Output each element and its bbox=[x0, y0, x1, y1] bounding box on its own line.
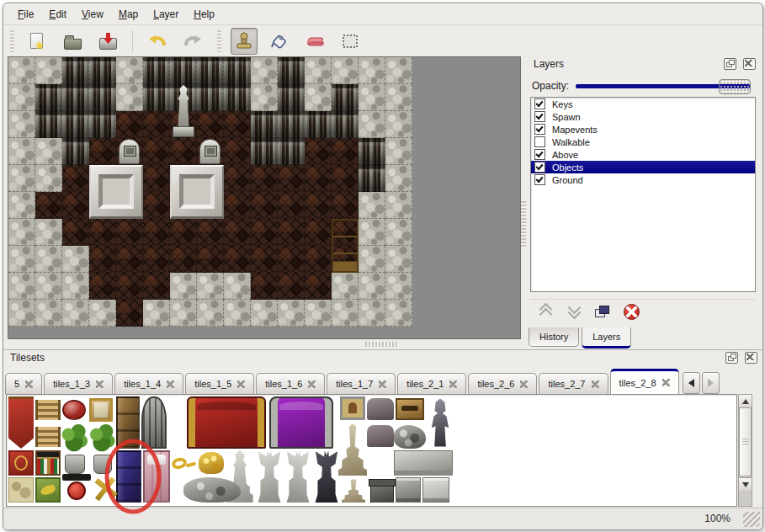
layer-row-above[interactable]: Above bbox=[531, 148, 755, 161]
cliff-wall-tile[interactable] bbox=[332, 84, 359, 111]
cobble-floor-tile[interactable] bbox=[116, 246, 143, 273]
cliff-wall-tile[interactable] bbox=[251, 138, 278, 165]
stone-pillar-tile[interactable] bbox=[370, 479, 394, 503]
scroll-left-button[interactable] bbox=[683, 372, 700, 394]
rock-ground-tile[interactable] bbox=[8, 57, 35, 84]
rock-ground-tile[interactable] bbox=[224, 300, 251, 327]
layer-visibility-checkbox[interactable] bbox=[534, 98, 545, 109]
green-banner-tile[interactable] bbox=[35, 477, 61, 503]
cobble-floor-tile[interactable] bbox=[197, 111, 224, 138]
close-tab-icon[interactable] bbox=[379, 380, 386, 388]
stone-platform-tile[interactable] bbox=[394, 450, 453, 476]
horizontal-splitter-handle[interactable] bbox=[365, 342, 399, 347]
toolbar-drag-handle[interactable] bbox=[10, 30, 14, 52]
save-file-button[interactable] bbox=[94, 28, 121, 55]
menu-layer[interactable]: Layer bbox=[146, 6, 186, 23]
cliff-wall-tile[interactable] bbox=[62, 84, 89, 111]
statue-monument[interactable] bbox=[170, 84, 197, 138]
cobble-floor-tile[interactable] bbox=[251, 192, 278, 219]
rock-ground-tile[interactable] bbox=[251, 84, 278, 111]
cobble-floor-tile[interactable] bbox=[170, 246, 197, 273]
rock-ground-tile[interactable] bbox=[143, 300, 170, 327]
rock-ground-tile[interactable] bbox=[385, 192, 412, 219]
red-banner-tile[interactable] bbox=[8, 396, 34, 449]
cobble-floor-tile[interactable] bbox=[278, 165, 305, 192]
cobble-floor-tile[interactable] bbox=[116, 219, 143, 246]
parchment-tile[interactable] bbox=[8, 477, 34, 503]
delete-layer-button[interactable] bbox=[621, 302, 641, 321]
cobble-floor-tile[interactable] bbox=[332, 165, 359, 192]
rock-ground-tile[interactable] bbox=[359, 219, 385, 246]
close-tab-icon[interactable] bbox=[96, 380, 104, 388]
rock-ground-tile[interactable] bbox=[385, 273, 412, 300]
rock-ground-tile[interactable] bbox=[35, 246, 62, 273]
cobble-floor-tile[interactable] bbox=[224, 111, 251, 138]
gargoyle-statue-tile[interactable] bbox=[256, 450, 283, 503]
restore-icon[interactable] bbox=[724, 58, 736, 70]
rock-ground-tile[interactable] bbox=[8, 111, 35, 138]
dock-tab-history[interactable]: History bbox=[529, 327, 579, 347]
cobble-floor-tile[interactable] bbox=[143, 165, 170, 192]
wooden-cabinet[interactable] bbox=[332, 219, 359, 273]
cobble-floor-tile[interactable] bbox=[224, 192, 251, 219]
small-obelisk-tile[interactable] bbox=[342, 479, 365, 503]
layer-visibility-checkbox[interactable] bbox=[534, 149, 545, 160]
rock-ground-tile[interactable] bbox=[385, 57, 412, 84]
gray-couch-2-tile[interactable] bbox=[367, 425, 394, 447]
eraser-tool-button[interactable] bbox=[301, 28, 328, 55]
rock-ground-tile[interactable] bbox=[8, 273, 35, 300]
cliff-wall-tile[interactable] bbox=[359, 138, 385, 165]
rock-ground-tile[interactable] bbox=[62, 300, 89, 327]
close-tab-icon[interactable] bbox=[662, 379, 670, 386]
cobble-floor-tile[interactable] bbox=[305, 273, 332, 300]
cliff-wall-tile[interactable] bbox=[224, 57, 251, 84]
cobble-floor-tile[interactable] bbox=[278, 192, 305, 219]
map-canvas-area[interactable] bbox=[8, 56, 521, 339]
cobble-floor-tile[interactable] bbox=[170, 138, 197, 165]
rock-ground-tile[interactable] bbox=[8, 165, 35, 192]
menu-help[interactable]: Help bbox=[186, 6, 222, 23]
cliff-wall-tile[interactable] bbox=[197, 84, 224, 111]
close-tab-icon[interactable] bbox=[520, 380, 528, 388]
cobble-floor-tile[interactable] bbox=[62, 219, 89, 246]
cliff-wall-tile[interactable] bbox=[224, 84, 251, 111]
cobble-floor-tile[interactable] bbox=[305, 165, 332, 192]
tileset-tab-tiles_1_6[interactable]: tiles_1_6 bbox=[256, 373, 325, 394]
layer-row-mapevents[interactable]: Mapevents bbox=[531, 123, 755, 136]
close-tab-icon[interactable] bbox=[25, 380, 33, 388]
cliff-wall-tile[interactable] bbox=[89, 111, 116, 138]
rock-ground-tile[interactable] bbox=[332, 300, 359, 327]
dock-tab-layers[interactable]: Layers bbox=[582, 327, 631, 348]
tileset-tab-tiles_2_6[interactable]: tiles_2_6 bbox=[468, 373, 537, 394]
rock-ground-tile[interactable] bbox=[385, 111, 412, 138]
rock-ground-tile[interactable] bbox=[197, 273, 224, 300]
layer-visibility-checkbox[interactable] bbox=[534, 162, 545, 173]
rock-ground-tile[interactable] bbox=[385, 138, 412, 165]
opacity-slider-handle[interactable] bbox=[719, 79, 751, 94]
cliff-wall-tile[interactable] bbox=[305, 111, 332, 138]
cobble-floor-tile[interactable] bbox=[143, 111, 170, 138]
scrollbar-up-button[interactable] bbox=[739, 395, 752, 408]
cliff-wall-tile[interactable] bbox=[35, 84, 62, 111]
menu-view[interactable]: View bbox=[74, 6, 111, 23]
cobble-floor-tile[interactable] bbox=[251, 246, 278, 273]
cobble-floor-tile[interactable] bbox=[62, 192, 89, 219]
rock-ground-tile[interactable] bbox=[8, 192, 35, 219]
vertical-splitter-handle[interactable] bbox=[521, 201, 526, 248]
rock-ground-tile[interactable] bbox=[116, 57, 143, 84]
cobble-floor-tile[interactable] bbox=[143, 138, 170, 165]
rock-ground-tile[interactable] bbox=[35, 165, 62, 192]
rock-ground-tile[interactable] bbox=[359, 57, 385, 84]
cliff-wall-tile[interactable] bbox=[62, 138, 89, 165]
cobble-floor-tile[interactable] bbox=[251, 219, 278, 246]
menu-file[interactable]: File bbox=[10, 6, 41, 23]
new-file-button[interactable] bbox=[24, 28, 50, 55]
cobble-floor-tile[interactable] bbox=[143, 192, 170, 219]
restore-icon[interactable] bbox=[725, 352, 738, 364]
layer-visibility-checkbox[interactable] bbox=[534, 136, 545, 147]
gray-couch-tile[interactable] bbox=[367, 398, 394, 420]
cliff-wall-tile[interactable] bbox=[170, 57, 197, 84]
tileset-tab-tiles_1_5[interactable]: tiles_1_5 bbox=[185, 373, 254, 394]
tileset-tab-5[interactable]: 5 bbox=[5, 373, 42, 394]
undo-button[interactable] bbox=[144, 28, 171, 55]
